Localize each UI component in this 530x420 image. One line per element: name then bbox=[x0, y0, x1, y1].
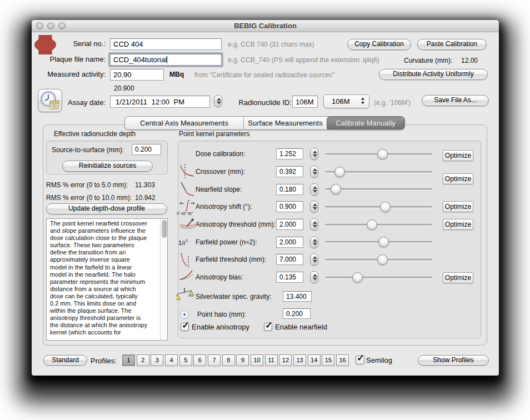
profile-button-15[interactable]: 15 bbox=[322, 354, 334, 366]
param-input[interactable]: 1.252 bbox=[276, 148, 303, 159]
textarea-scrollbar[interactable] bbox=[160, 219, 167, 340]
radionuclide-input[interactable]: 106M bbox=[292, 96, 318, 108]
popup-arrows-icon bbox=[361, 97, 364, 104]
slider-knob[interactable] bbox=[367, 219, 377, 230]
optimize-button[interactable]: Optimize bbox=[443, 272, 473, 283]
app-window: BEBIG Calibration Serial no.: CCD 404 e.… bbox=[32, 20, 499, 376]
param-stepper[interactable] bbox=[310, 201, 318, 213]
param-input[interactable]: 2.000 bbox=[276, 237, 303, 248]
profile-button-12[interactable]: 12 bbox=[279, 354, 292, 366]
tab-calibrate-manually[interactable]: Calibrate Manually bbox=[327, 117, 404, 130]
slider-knob[interactable] bbox=[377, 254, 388, 265]
optimize-button[interactable]: Optimize bbox=[443, 201, 473, 212]
profile-button-9[interactable]: 9 bbox=[236, 354, 249, 366]
serial-input[interactable]: CCD 404 bbox=[110, 38, 222, 50]
optimize-button[interactable]: Optimize bbox=[443, 150, 473, 161]
save-file-button[interactable]: Save File As... bbox=[422, 95, 489, 106]
param-stepper[interactable] bbox=[310, 236, 318, 248]
show-profiles-button[interactable]: Show Profiles bbox=[418, 355, 489, 366]
gravity-input[interactable]: 13.400 bbox=[283, 291, 312, 302]
tab-surface[interactable]: Surface Measurements bbox=[243, 117, 327, 130]
assay-date-input[interactable]: 1/21/2011 12:00 PM bbox=[110, 96, 210, 108]
profile-button-7[interactable]: 7 bbox=[208, 354, 221, 366]
halo-input[interactable]: 0.200 bbox=[283, 308, 311, 319]
slider-knob[interactable] bbox=[378, 237, 389, 247]
param-input[interactable]: 7.000 bbox=[276, 254, 303, 265]
param-stepper[interactable] bbox=[310, 166, 318, 178]
activity-hint: from "Certificate for sealed radioactive… bbox=[194, 71, 335, 79]
slider-knob[interactable] bbox=[352, 272, 363, 283]
plaque-file-label: Plaque file name: bbox=[32, 55, 106, 63]
slider-knob[interactable] bbox=[331, 184, 341, 194]
rms-error-5mm-label: RMS % error (0 to 5.0 mm): bbox=[46, 181, 128, 189]
description-textarea[interactable]: The point kernel nearfield crossover and… bbox=[46, 218, 168, 341]
param-input[interactable]: 0.180 bbox=[276, 184, 303, 195]
enable-anisotropy-checkbox[interactable]: ✓ bbox=[181, 323, 189, 331]
profile-button-1[interactable]: 1 bbox=[122, 354, 135, 366]
param-label: Anisotropy shift (°): bbox=[196, 203, 252, 211]
tab-central-axis[interactable]: Central Axis Measurements bbox=[125, 117, 243, 130]
serial-label: Serial no.: bbox=[32, 39, 106, 48]
rms-error-5mm-value: 11.303 bbox=[135, 181, 155, 189]
distribute-activity-button[interactable]: Distribute Activity Uniformly bbox=[379, 69, 488, 80]
standard-button[interactable]: Standard bbox=[43, 355, 87, 366]
semilog-checkbox[interactable]: ✓ bbox=[356, 356, 364, 364]
param-slider[interactable] bbox=[325, 254, 432, 265]
plaque-file-input[interactable]: CCD_404tutorial bbox=[110, 54, 222, 66]
param-slider[interactable] bbox=[325, 272, 432, 283]
profile-button-14[interactable]: 14 bbox=[308, 354, 321, 366]
copy-calibration-button[interactable]: Copy Calibration bbox=[347, 39, 411, 50]
param-input[interactable]: 2.000 bbox=[276, 219, 303, 230]
point-halo-icon bbox=[179, 309, 189, 319]
profile-button-11[interactable]: 11 bbox=[265, 354, 278, 366]
paste-calibration-button[interactable]: Paste Calibration bbox=[417, 39, 487, 50]
slider-knob[interactable] bbox=[377, 149, 388, 159]
profile-button-10[interactable]: 10 bbox=[251, 354, 263, 366]
param-stepper[interactable] bbox=[310, 218, 318, 231]
activity-unit: MBq bbox=[169, 71, 184, 78]
effective-depth-section-label: Effective radionuclide depth bbox=[54, 130, 136, 138]
profile-button-8[interactable]: 8 bbox=[222, 354, 235, 366]
param-icon-7 bbox=[179, 269, 196, 283]
param-label: Nearfield slope: bbox=[196, 186, 242, 193]
optimize-button[interactable]: Optimize bbox=[443, 219, 473, 230]
param-stepper[interactable] bbox=[310, 183, 318, 196]
profile-button-5[interactable]: 5 bbox=[179, 354, 192, 366]
enable-nearfield-checkbox[interactable]: ✓ bbox=[264, 323, 272, 331]
activity-input[interactable]: 20.90 bbox=[110, 69, 164, 81]
profile-button-16[interactable]: 16 bbox=[336, 354, 349, 366]
profile-button-3[interactable]: 3 bbox=[151, 354, 163, 366]
param-label: Dose calibration: bbox=[196, 150, 245, 158]
scrollbar-thumb[interactable] bbox=[162, 220, 167, 238]
screenshot: BEBIG Calibration Serial no.: CCD 404 e.… bbox=[0, 0, 530, 420]
sts-input[interactable]: 0.200 bbox=[132, 144, 161, 155]
profile-button-6[interactable]: 6 bbox=[193, 354, 206, 366]
param-input[interactable]: 0.900 bbox=[276, 201, 303, 212]
profile-button-2[interactable]: 2 bbox=[137, 354, 149, 366]
param-slider[interactable] bbox=[325, 237, 432, 247]
param-stepper[interactable] bbox=[310, 271, 318, 283]
optimize-button[interactable]: Optimize bbox=[443, 173, 473, 184]
param-input[interactable]: 0.135 bbox=[276, 272, 303, 283]
titlebar[interactable]: BEBIG Calibration bbox=[32, 20, 499, 32]
param-input[interactable]: 0.392 bbox=[276, 166, 303, 177]
param-slider[interactable] bbox=[325, 184, 432, 194]
profile-button-4[interactable]: 4 bbox=[165, 354, 178, 366]
reinitialize-sources-button[interactable]: Reinitialize sources bbox=[62, 161, 153, 172]
param-stepper[interactable] bbox=[310, 253, 318, 266]
param-slider[interactable] bbox=[325, 202, 432, 212]
gravity-label: Silver/water spec. gravity: bbox=[196, 293, 272, 301]
radionuclide-hint: (e.g. '106M') bbox=[374, 99, 411, 107]
window-title: BEBIG Calibration bbox=[32, 22, 499, 30]
enable-nearfield-label: Enable nearfield bbox=[275, 323, 327, 331]
slider-knob[interactable] bbox=[380, 202, 391, 212]
param-stepper[interactable] bbox=[310, 148, 318, 160]
curvature-value: 12.00 bbox=[461, 57, 478, 64]
param-slider[interactable] bbox=[325, 167, 432, 177]
param-slider[interactable] bbox=[325, 149, 432, 159]
radionuclide-popup[interactable]: 106M bbox=[323, 94, 369, 108]
update-depth-dose-button[interactable]: Update depth-dose profile bbox=[46, 203, 167, 214]
profile-button-13[interactable]: 13 bbox=[293, 354, 306, 366]
param-slider[interactable] bbox=[325, 219, 432, 230]
slider-knob[interactable] bbox=[334, 167, 345, 177]
